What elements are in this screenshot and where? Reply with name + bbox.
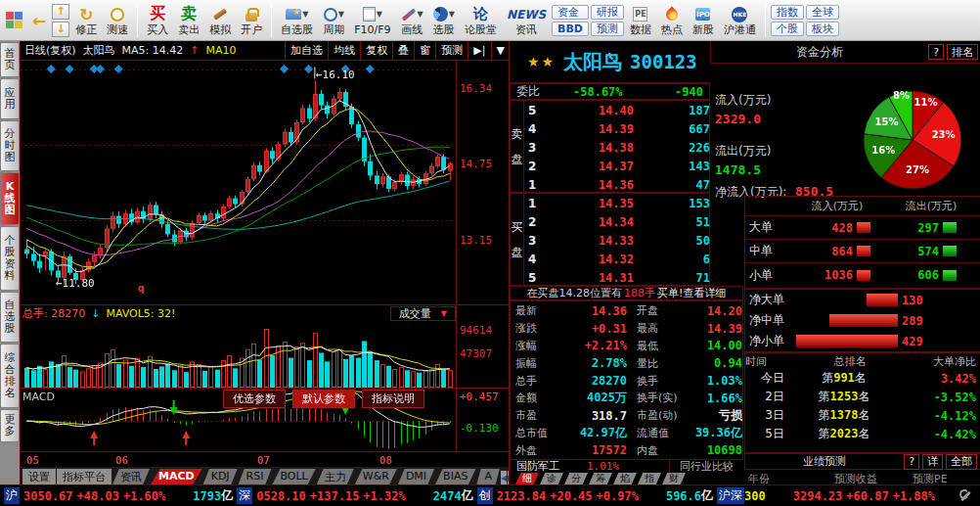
- sell-button[interactable]: 卖 卖出: [174, 1, 203, 40]
- open-account-button[interactable]: 开户: [237, 1, 266, 40]
- month-tick: 06: [115, 454, 128, 467]
- speed-test-button[interactable]: 测速: [103, 1, 132, 40]
- tab-news[interactable]: 资讯: [112, 469, 150, 484]
- sidebar-item-intraday[interactable]: 分时图: [0, 120, 20, 171]
- sh-index-badge[interactable]: 沪: [4, 487, 20, 504]
- global-button[interactable]: 全球: [806, 5, 839, 20]
- index-button[interactable]: 指数: [771, 5, 804, 20]
- forum-button[interactable]: 论 论股堂: [461, 1, 501, 40]
- forecast-detail-button[interactable]: 详: [922, 454, 943, 470]
- fund-button[interactable]: 资金: [552, 5, 589, 20]
- tab-settings[interactable]: 设置: [22, 469, 56, 484]
- fix-button[interactable]: ↻ 修正: [71, 1, 101, 40]
- forecast-all-button[interactable]: 全部: [946, 454, 977, 470]
- buy-row-2[interactable]: 214.3451: [524, 212, 714, 231]
- mini-tab-finance[interactable]: 财: [662, 473, 686, 484]
- sell-row-4[interactable]: 414.39667: [524, 119, 714, 138]
- sz-index-badge[interactable]: 深: [237, 487, 252, 504]
- fund-rank-button[interactable]: 排名: [947, 44, 978, 60]
- buy-row-1[interactable]: 114.35153: [524, 194, 714, 212]
- volume-canvas[interactable]: [21, 323, 456, 388]
- sell-row-2[interactable]: 214.37143: [524, 157, 714, 175]
- research-report-button[interactable]: 研报: [591, 5, 624, 20]
- month-tick: 05: [26, 454, 39, 467]
- simulate-button[interactable]: 模拟: [205, 1, 235, 40]
- buy-row-3[interactable]: 314.3350: [524, 231, 714, 250]
- overlay-button[interactable]: 叠: [392, 41, 414, 61]
- news-button[interactable]: NEWS 资讯: [503, 1, 550, 40]
- sidebar-item-stock-info[interactable]: 个股资料: [0, 226, 20, 291]
- flame-icon: [666, 5, 678, 24]
- mini-tab-chips[interactable]: 筹: [589, 473, 612, 484]
- draw-line-button[interactable]: ▼ 画线: [397, 1, 427, 40]
- mini-tab-price[interactable]: 分: [564, 473, 588, 484]
- mini-tab-flame[interactable]: 焰: [613, 473, 637, 484]
- add-watchlist-button[interactable]: 加自选: [285, 41, 328, 61]
- cyb-index-badge[interactable]: 创: [477, 487, 493, 504]
- mini-tab-detail[interactable]: 细: [515, 473, 539, 484]
- settings-wrench-icon[interactable]: [958, 489, 972, 503]
- mini-tab-indicator[interactable]: 指: [638, 473, 661, 484]
- board-button[interactable]: 板块: [806, 22, 839, 36]
- sell-row-1[interactable]: 114.3647: [524, 175, 714, 194]
- tab-dmi[interactable]: DMI: [398, 469, 434, 484]
- data-button[interactable]: PE 数据: [626, 1, 655, 40]
- sidebar-item-apps[interactable]: 应用: [0, 78, 20, 119]
- watchlist-button[interactable]: ★▼ 自选股: [277, 1, 317, 40]
- app-logo-button[interactable]: [2, 1, 26, 40]
- buy-button[interactable]: 买 买入: [143, 1, 172, 40]
- f10-button[interactable]: ▼ F10/F9: [350, 1, 394, 40]
- sz-change: +137.15: [310, 489, 360, 503]
- sector-compare-link[interactable]: 同行业比较: [669, 459, 743, 474]
- down-arrow-button[interactable]: ↓: [52, 22, 69, 37]
- q-marker: q: [138, 282, 145, 295]
- mini-tab-diagnose[interactable]: 诊: [540, 473, 563, 484]
- up-arrow-button[interactable]: ↑: [52, 4, 69, 20]
- candlestick-canvas[interactable]: [21, 61, 456, 304]
- predict-button[interactable]: 预测: [435, 41, 468, 61]
- sidebar-item-home[interactable]: 首页: [0, 42, 20, 77]
- tab-partial[interactable]: A: [476, 469, 500, 484]
- sidebar-item-ranking[interactable]: 综合排名: [0, 344, 20, 408]
- notice-detail-link[interactable]: 买单!查看详细: [657, 286, 726, 300]
- forecast-button[interactable]: 预测: [591, 22, 624, 36]
- skip-to-end-icon[interactable]: ▶|: [468, 41, 490, 61]
- tab-macd[interactable]: MACD: [151, 469, 202, 484]
- cyb-pct: +0.97%: [597, 489, 639, 503]
- ma-button[interactable]: 均线: [328, 41, 360, 61]
- sector-name[interactable]: 国防军工: [511, 459, 559, 474]
- hs300-badge[interactable]: 沪深: [717, 487, 744, 504]
- tab-bias[interactable]: BIAS: [435, 469, 475, 484]
- fund-help-button[interactable]: ?: [928, 44, 944, 60]
- sidebar-item-more[interactable]: 更多: [0, 409, 20, 442]
- sell-row-5[interactable]: 514.40187: [524, 101, 714, 119]
- sidebar-item-watchlist[interactable]: 自选股: [0, 292, 20, 343]
- stock-picker-button[interactable]: ▼ 选股: [429, 1, 459, 40]
- indicator-help-button[interactable]: 指标说明: [362, 390, 424, 408]
- volume-indicator-dropdown[interactable]: 成交量 ▼: [390, 306, 456, 321]
- tab-boll[interactable]: BOLL: [272, 469, 315, 484]
- tab-scroll-left-icon[interactable]: ◀: [501, 471, 507, 484]
- sell-row-3[interactable]: 314.38226: [524, 138, 714, 157]
- window-button[interactable]: 窗: [414, 41, 435, 61]
- period-button[interactable]: ▼ 周期: [319, 1, 348, 40]
- hk-connect-button[interactable]: HKE 沪港通: [720, 1, 760, 40]
- buy-row-5[interactable]: 514.3171: [524, 268, 714, 287]
- stock-button[interactable]: 个股: [771, 22, 804, 36]
- tab-wr[interactable]: W&R: [355, 469, 397, 484]
- chart-dropdown-caret[interactable]: ▼: [491, 41, 510, 61]
- adjust-button[interactable]: 复权: [360, 41, 392, 61]
- tab-kdj[interactable]: KDJ: [203, 469, 238, 484]
- tab-zhuli[interactable]: 主力: [317, 469, 354, 484]
- bbd-button[interactable]: BBD: [552, 22, 589, 36]
- back-button[interactable]: ←: [28, 1, 50, 40]
- hot-button[interactable]: 热点: [657, 1, 687, 40]
- buy-row-4[interactable]: 414.326: [524, 250, 714, 268]
- sidebar-item-kline[interactable]: K线图: [0, 172, 20, 225]
- default-params-button[interactable]: 默认参数: [292, 390, 355, 408]
- ipo-button[interactable]: IPO 新股: [689, 1, 718, 40]
- forecast-help-button[interactable]: ?: [904, 454, 919, 470]
- tab-rsi[interactable]: RSI: [239, 469, 272, 484]
- preferred-params-button[interactable]: 优选参数: [223, 390, 286, 408]
- tab-indicator-platform[interactable]: 指标平台: [57, 469, 111, 484]
